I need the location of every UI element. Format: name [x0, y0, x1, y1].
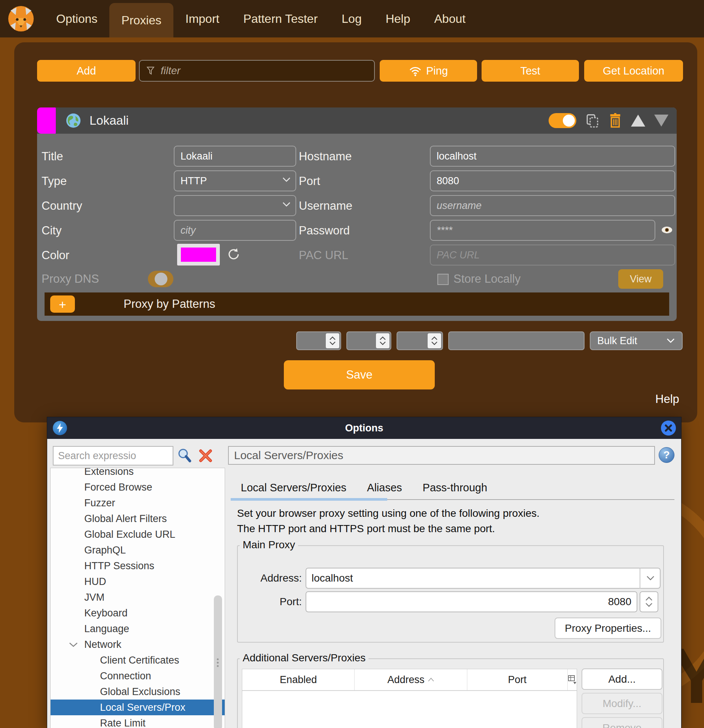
delete-icon[interactable] [609, 113, 622, 128]
proxy-color-strip [37, 107, 56, 134]
close-icon[interactable] [661, 421, 676, 436]
duplicate-icon[interactable] [585, 113, 600, 128]
tree-item[interactable]: Client Certificates [51, 652, 225, 668]
add-pattern-button[interactable]: + [50, 295, 75, 313]
tree-item-label: Network [84, 639, 121, 650]
proxy-by-patterns-bar: + Proxy by Patterns [45, 292, 669, 316]
footer-text-input[interactable] [448, 331, 585, 350]
add-proxy-button[interactable]: Add [37, 60, 136, 82]
type-select-value[interactable] [174, 170, 296, 191]
move-up-icon[interactable] [631, 115, 645, 127]
move-down-icon[interactable] [654, 115, 668, 127]
additional-proxies-legend: Additional Servers/Proxies [240, 652, 368, 664]
port-row: Port: [245, 591, 658, 612]
store-locally-label: Store Locally [453, 269, 521, 289]
show-password-icon[interactable] [660, 224, 674, 236]
tab-pass-through[interactable]: Pass-through [423, 478, 488, 497]
tree-item[interactable]: Extensions [51, 468, 225, 479]
proxy-by-patterns-label: Proxy by Patterns [124, 297, 215, 311]
modify-server-button: Modify... [582, 693, 662, 714]
search-icon[interactable] [177, 448, 192, 464]
number-spinner-3[interactable] [397, 331, 443, 350]
tree-item[interactable]: Rate Limit [51, 715, 225, 728]
tab-import[interactable]: Import [173, 0, 231, 37]
scrollbar-grip-icon [217, 658, 219, 660]
tree-item[interactable]: HUD [51, 574, 225, 589]
country-select-value[interactable] [174, 195, 296, 216]
port-input[interactable] [430, 170, 675, 191]
zap-options-window: Options Extensions Forced Browse Fuzzer … [47, 417, 682, 728]
bulk-edit-select[interactable]: Bulk Edit [590, 331, 683, 350]
get-location-button[interactable]: Get Location [584, 60, 683, 82]
tree-item[interactable]: Fuzzer [51, 495, 225, 511]
clear-search-icon[interactable] [198, 449, 213, 463]
tab-local-servers-proxies[interactable]: Local Servers/Proxies [241, 478, 346, 497]
column-header-port[interactable]: Port [467, 669, 568, 690]
expander-chevron-icon[interactable] [69, 642, 78, 648]
password-input[interactable] [430, 220, 655, 241]
chevron-down-icon [282, 177, 291, 183]
hostname-input[interactable] [430, 146, 675, 167]
username-input[interactable] [430, 195, 675, 216]
help-link[interactable]: Help [655, 392, 679, 406]
column-header-address[interactable]: Address [355, 669, 467, 690]
screen: Y Options Proxies Import Pattern Tester … [0, 0, 704, 728]
filter-input[interactable] [160, 64, 368, 77]
foxyproxy-logo-icon [6, 3, 36, 34]
title-label: Title [42, 145, 63, 168]
tab-log[interactable]: Log [330, 0, 373, 37]
tree-search-input[interactable] [53, 446, 173, 465]
proxy-enabled-toggle[interactable] [549, 113, 576, 128]
address-combobox[interactable] [306, 568, 661, 589]
country-select[interactable] [174, 195, 296, 216]
test-button[interactable]: Test [482, 60, 579, 82]
add-server-button[interactable]: Add... [582, 668, 662, 690]
number-spinner-2[interactable] [346, 331, 391, 350]
column-header-enabled[interactable]: Enabled [242, 669, 355, 690]
address-input[interactable] [306, 568, 661, 589]
address-label: Address: [245, 572, 306, 584]
description-line-1: Set your browser proxy setting using one… [237, 506, 540, 521]
tab-options[interactable]: Options [44, 0, 109, 37]
tree-item[interactable]: Forced Browse [51, 479, 225, 495]
remove-server-button: Remove [582, 717, 662, 728]
tree-item[interactable]: Global Alert Filters [51, 511, 225, 527]
ping-button[interactable]: Ping [380, 60, 477, 82]
wifi-icon [409, 65, 422, 76]
tree-scrollbar-thumb[interactable] [214, 595, 222, 728]
tree-item[interactable]: Global Exclusions [51, 684, 225, 700]
tree-item-network[interactable]: Network [51, 637, 225, 652]
filter-box [139, 60, 375, 82]
tree-item[interactable]: JVM [51, 589, 225, 605]
tab-help[interactable]: Help [374, 0, 422, 37]
tab-pattern-tester[interactable]: Pattern Tester [231, 0, 330, 37]
port-input[interactable] [306, 591, 637, 612]
top-tabs: Options Proxies Import Pattern Tester Lo… [44, 0, 477, 37]
combo-chevron-icon[interactable] [640, 568, 661, 589]
tree-item[interactable]: HTTP Sessions [51, 558, 225, 574]
number-spinner-1[interactable] [296, 331, 341, 350]
panel-heading: Local Servers/Proxies [228, 446, 655, 465]
city-input[interactable] [174, 220, 296, 241]
top-navigation-bar: Options Proxies Import Pattern Tester Lo… [0, 0, 704, 37]
tree-item[interactable]: Language [51, 621, 225, 637]
tree-item[interactable]: Keyboard [51, 605, 225, 621]
save-button[interactable]: Save [284, 360, 435, 389]
tab-aliases[interactable]: Aliases [367, 478, 402, 497]
help-icon[interactable]: ? [659, 447, 674, 463]
proxy-properties-button[interactable]: Proxy Properties... [555, 618, 661, 639]
proxies-panel: Add Ping Test Get Location [14, 42, 697, 422]
tree-item[interactable]: Connection [51, 668, 225, 684]
tree-item[interactable]: Global Exclude URL [51, 527, 225, 542]
table-options-icon[interactable] [568, 669, 577, 690]
title-input[interactable] [174, 146, 296, 167]
pac-url-label: PAC URL [299, 244, 348, 267]
tree-item-selected[interactable]: Local Servers/Prox [51, 700, 225, 715]
zap-titlebar[interactable]: Options [47, 417, 681, 439]
tab-proxies[interactable]: Proxies [109, 3, 173, 37]
tab-about[interactable]: About [422, 0, 478, 37]
ping-label: Ping [426, 65, 448, 77]
port-spinner[interactable] [640, 591, 658, 612]
tree-item[interactable]: GraphQL [51, 542, 225, 558]
type-select[interactable] [174, 170, 296, 191]
